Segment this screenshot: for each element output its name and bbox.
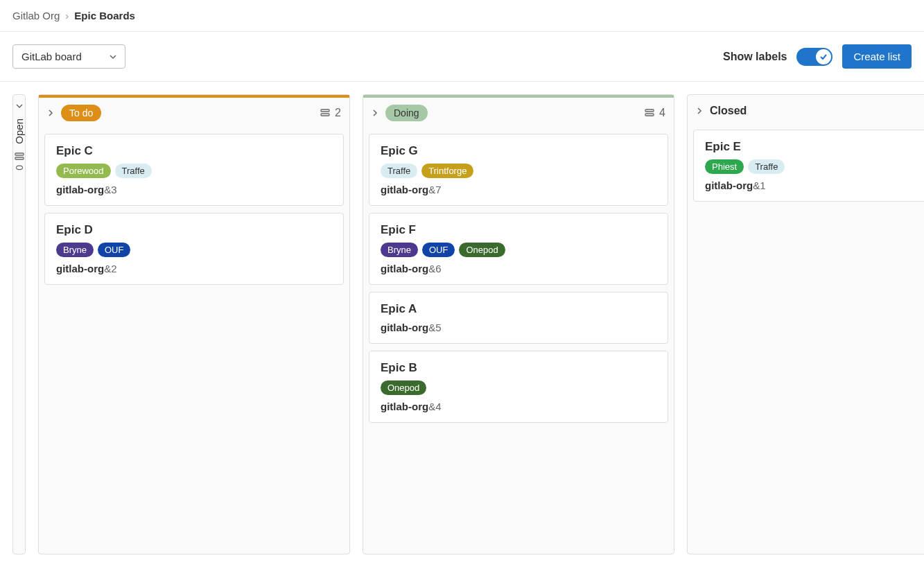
svg-rect-1 (15, 157, 24, 159)
epic-card[interactable]: Epic FBryneOUFOnepodgitlab-org&6 (369, 213, 668, 285)
epic-reference: gitlab-org&1 (705, 179, 924, 191)
chevron-right-icon[interactable] (47, 107, 54, 119)
label-pill[interactable]: Phiest (705, 159, 744, 174)
epic-card[interactable]: Epic GTraffeTrintforgegitlab-org&7 (369, 134, 668, 206)
epic-title: Epic C (56, 144, 332, 158)
open-column-label: Open (13, 119, 25, 144)
toggle-knob (816, 49, 831, 64)
svg-rect-5 (645, 114, 654, 116)
column-count: 4 (644, 107, 665, 119)
epic-icon (320, 107, 331, 119)
column-count-value: 4 (659, 107, 665, 119)
epic-card[interactable]: Epic DBryneOUFgitlab-org&2 (44, 213, 344, 285)
label-pill[interactable]: Bryne (381, 243, 418, 257)
label-pill[interactable]: Onepod (459, 243, 505, 257)
cards-list: Epic EPhiestTraffegitlab-org&1 (688, 124, 924, 554)
svg-rect-3 (321, 114, 329, 116)
chevron-right-icon: › (65, 10, 69, 21)
column-count: 2 (320, 107, 341, 119)
label-pill[interactable]: OUF (98, 243, 130, 257)
board-name: GitLab board (21, 51, 82, 62)
column-label-pill: To do (61, 105, 101, 121)
board-column: Doing4Epic GTraffeTrintforgegitlab-org&7… (363, 94, 674, 554)
label-pill[interactable]: Traffe (748, 159, 785, 174)
label-pill[interactable]: Porewood (56, 164, 111, 178)
show-labels-label: Show labels (723, 51, 787, 63)
create-list-button[interactable]: Create list (842, 44, 912, 69)
column-header: Doing4 (363, 98, 674, 128)
epic-title: Epic A (381, 302, 656, 316)
column-count-value: 2 (335, 107, 341, 119)
epic-labels: TraffeTrintforge (381, 164, 656, 178)
board-selector[interactable]: GitLab board (12, 44, 125, 69)
cards-list: Epic CPorewoodTraffegitlab-org&3Epic DBr… (39, 128, 349, 554)
chevron-down-icon (16, 102, 23, 112)
epic-labels: Onepod (381, 380, 656, 395)
breadcrumb-root[interactable]: Gitlab Org (12, 10, 60, 21)
epic-card[interactable]: Epic CPorewoodTraffegitlab-org&3 (44, 134, 344, 206)
epic-labels: PhiestTraffe (705, 159, 924, 174)
check-icon (819, 53, 828, 61)
chevron-down-icon (110, 51, 116, 62)
toolbar: GitLab board Show labels Create list (0, 32, 924, 82)
epic-labels: PorewoodTraffe (56, 164, 332, 178)
svg-rect-4 (645, 109, 654, 112)
breadcrumb-current: Epic Boards (74, 10, 135, 21)
label-pill[interactable]: Traffe (115, 164, 152, 178)
label-pill[interactable]: Onepod (381, 380, 426, 395)
open-column-collapsed[interactable]: Open 0 (12, 94, 26, 554)
chevron-right-icon[interactable] (372, 107, 378, 119)
epic-card[interactable]: Epic Agitlab-org&5 (369, 292, 668, 344)
chevron-right-icon[interactable] (696, 105, 703, 116)
epic-labels: BryneOUF (56, 243, 332, 257)
label-pill[interactable]: Bryne (56, 243, 94, 257)
epic-reference: gitlab-org&5 (381, 322, 656, 333)
epic-title: Epic F (381, 223, 656, 237)
epic-title: Epic B (381, 361, 656, 375)
board-column: ClosedEpic EPhiestTraffegitlab-org&1 (687, 94, 924, 554)
epic-title: Epic D (56, 223, 332, 237)
column-header: Closed (688, 98, 924, 124)
epic-icon (644, 107, 655, 119)
epic-card[interactable]: Epic EPhiestTraffegitlab-org&1 (693, 130, 924, 202)
label-pill[interactable]: Traffe (381, 164, 417, 178)
epic-reference: gitlab-org&6 (381, 263, 656, 274)
epic-card[interactable]: Epic BOnepodgitlab-org&4 (369, 351, 668, 423)
epic-reference: gitlab-org&3 (56, 184, 332, 195)
epic-reference: gitlab-org&7 (381, 184, 656, 195)
epic-title: Epic G (381, 144, 656, 158)
epic-title: Epic E (705, 140, 924, 154)
cards-list: Epic GTraffeTrintforgegitlab-org&7Epic F… (363, 128, 674, 554)
epic-reference: gitlab-org&4 (381, 401, 656, 412)
breadcrumb: Gitlab Org › Epic Boards (0, 0, 924, 32)
label-pill[interactable]: Trintforge (421, 164, 473, 178)
epic-reference: gitlab-org&2 (56, 263, 332, 274)
label-pill[interactable]: OUF (422, 243, 455, 257)
epic-icon (14, 151, 25, 162)
epic-labels: BryneOUFOnepod (381, 243, 656, 257)
column-title: Closed (710, 105, 747, 117)
boards-container: Open 0 To do2Epic CPorewoodTraffegitlab-… (0, 82, 924, 567)
open-column-count: 0 (14, 165, 25, 170)
show-labels-toggle[interactable] (796, 48, 833, 66)
column-header: To do2 (39, 98, 349, 128)
svg-rect-2 (321, 109, 329, 112)
column-label-pill: Doing (385, 105, 428, 121)
board-column: To do2Epic CPorewoodTraffegitlab-org&3Ep… (38, 94, 350, 554)
svg-rect-0 (15, 153, 24, 155)
